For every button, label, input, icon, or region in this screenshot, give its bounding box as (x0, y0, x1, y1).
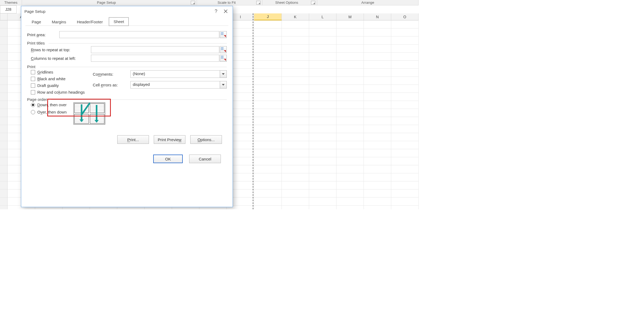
tab-margins[interactable]: Margins (47, 18, 71, 26)
cell[interactable] (391, 157, 419, 165)
tab-sheet[interactable]: Sheet (109, 17, 129, 26)
cell[interactable] (282, 109, 309, 117)
cell[interactable] (391, 93, 419, 101)
cell[interactable] (254, 157, 281, 165)
ok-button[interactable]: OK (153, 155, 183, 163)
cell[interactable] (336, 77, 364, 85)
cell[interactable] (336, 28, 364, 36)
print-button[interactable]: Print... (117, 135, 149, 144)
cell[interactable] (309, 28, 336, 36)
print-area-input[interactable] (59, 31, 219, 38)
cell[interactable] (336, 36, 364, 45)
cell[interactable] (391, 133, 419, 141)
cell[interactable] (391, 181, 419, 189)
cell[interactable] (336, 20, 364, 28)
cell[interactable] (391, 36, 419, 45)
cell[interactable] (254, 69, 281, 77)
check-gridlines[interactable]: Gridlines (31, 70, 85, 74)
cell[interactable] (282, 149, 309, 157)
cell[interactable] (336, 45, 364, 53)
cell[interactable] (391, 189, 419, 197)
cell[interactable] (336, 133, 364, 141)
cell[interactable] (364, 189, 391, 197)
cell[interactable] (282, 93, 309, 101)
cell[interactable] (391, 125, 419, 133)
cell[interactable] (309, 101, 336, 109)
cell[interactable] (309, 197, 336, 206)
launcher-icon[interactable] (191, 1, 195, 5)
cell[interactable] (254, 117, 281, 125)
cell[interactable] (364, 45, 391, 53)
cell[interactable] (364, 165, 391, 173)
tab-page[interactable]: Page (27, 18, 46, 26)
range-selector-icon[interactable] (220, 31, 227, 38)
cell[interactable] (309, 149, 336, 157)
cell[interactable] (391, 141, 419, 149)
radio-over-then-down[interactable]: Over, then down (31, 110, 67, 114)
cell[interactable] (309, 77, 336, 85)
column-header-N[interactable]: N (364, 13, 391, 20)
cell[interactable] (309, 189, 336, 197)
cell[interactable] (391, 101, 419, 109)
cell[interactable] (254, 101, 281, 109)
column-header-L[interactable]: L (309, 13, 336, 20)
cell[interactable] (364, 20, 391, 28)
cell[interactable] (254, 181, 281, 189)
cell[interactable] (282, 206, 309, 209)
cell[interactable] (309, 109, 336, 117)
cell[interactable] (309, 181, 336, 189)
cell[interactable] (364, 125, 391, 133)
tab-header-footer[interactable]: Header/Footer (72, 18, 107, 26)
cell[interactable] (391, 173, 419, 181)
chevron-down-icon[interactable] (220, 81, 227, 89)
cell[interactable] (282, 133, 309, 141)
cell[interactable] (254, 197, 281, 206)
rows-repeat-input[interactable] (91, 46, 219, 53)
cell[interactable] (391, 77, 419, 85)
cell[interactable] (336, 101, 364, 109)
cell[interactable] (309, 61, 336, 69)
cell[interactable] (282, 189, 309, 197)
cell[interactable] (336, 141, 364, 149)
options-button[interactable]: Options... (190, 135, 222, 144)
cell[interactable] (391, 69, 419, 77)
cell[interactable] (309, 206, 336, 209)
cell-errors-dropdown[interactable]: displayed (130, 81, 227, 89)
cell[interactable] (282, 141, 309, 149)
cell[interactable] (282, 101, 309, 109)
cell[interactable] (254, 61, 281, 69)
cell[interactable] (391, 28, 419, 36)
cell[interactable] (254, 149, 281, 157)
cell[interactable] (364, 181, 391, 189)
help-button[interactable]: ? (211, 7, 221, 15)
cell[interactable] (282, 117, 309, 125)
chevron-down-icon[interactable] (220, 70, 227, 78)
cell[interactable] (364, 93, 391, 101)
print-preview-button[interactable]: Print Preview (154, 135, 185, 144)
close-button[interactable] (221, 7, 230, 15)
cell[interactable] (391, 20, 419, 28)
cell[interactable] (336, 157, 364, 165)
cell[interactable] (254, 206, 281, 209)
cell[interactable] (309, 53, 336, 61)
cell[interactable] (336, 181, 364, 189)
comments-dropdown[interactable]: (None) (130, 70, 227, 78)
cell[interactable] (254, 36, 281, 45)
cell[interactable] (309, 117, 336, 125)
cell[interactable] (336, 125, 364, 133)
cell[interactable] (364, 85, 391, 93)
column-header-M[interactable]: M (336, 13, 364, 20)
cell[interactable] (282, 157, 309, 165)
cell[interactable] (364, 101, 391, 109)
cell[interactable] (282, 61, 309, 69)
cell[interactable] (254, 109, 281, 117)
cell[interactable] (391, 197, 419, 206)
check-draft-quality[interactable]: Draft quality (31, 83, 85, 88)
name-box[interactable]: J28 (0, 5, 17, 13)
column-header-K[interactable]: K (282, 13, 309, 20)
cell[interactable] (254, 141, 281, 149)
cell[interactable] (336, 173, 364, 181)
cell[interactable] (364, 53, 391, 61)
launcher-icon[interactable] (256, 1, 261, 5)
check-black-and-white[interactable]: Black and white (31, 76, 85, 81)
